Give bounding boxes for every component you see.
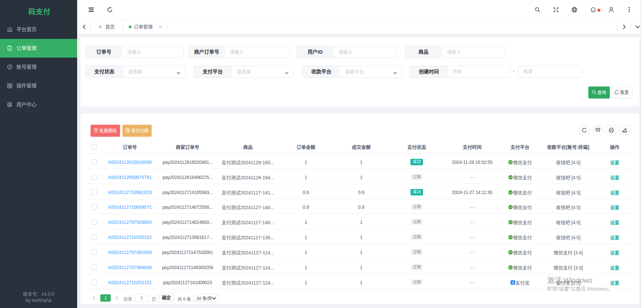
svg-text:支: 支 bbox=[511, 281, 515, 284]
